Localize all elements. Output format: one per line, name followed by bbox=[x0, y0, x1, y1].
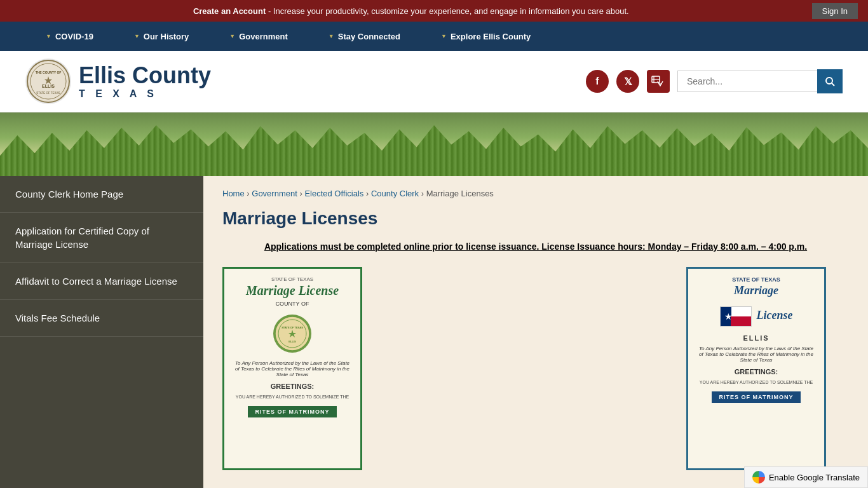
search-button[interactable] bbox=[817, 69, 843, 93]
nav-arrow-stay: ▼ bbox=[329, 33, 334, 39]
nav-item-explore[interactable]: ▼ Explore Ellis County bbox=[421, 22, 551, 51]
nav-item-stay-connected[interactable]: ▼ Stay Connected bbox=[308, 22, 421, 51]
nav-arrow-history: ▼ bbox=[134, 33, 140, 39]
twitter-icon[interactable]: 𝕏 bbox=[616, 70, 639, 93]
banner-text: Create an Account - Increase your produc… bbox=[10, 6, 812, 16]
license-area: STATE OF TEXAS Marriage License COUNTY O… bbox=[222, 267, 849, 470]
svg-line-11 bbox=[832, 83, 834, 86]
logo-text: Ellis County T E X A S bbox=[79, 63, 211, 100]
logo-area: THE COUNTY OF ELLIS STATE OF TEXAS Ellis… bbox=[25, 58, 573, 104]
google-translate-label: Enable Google Translate bbox=[769, 473, 860, 482]
search-input[interactable] bbox=[677, 71, 817, 92]
sign-in-button[interactable]: Sign In bbox=[812, 3, 858, 19]
license1-body: To Any Person Authorized by the Laws of … bbox=[233, 360, 351, 377]
svg-text:ELLIS: ELLIS bbox=[42, 84, 55, 88]
license2-title-right: License bbox=[757, 309, 793, 322]
license-card-2: STATE OF TEXAS Marriage License ELLIS To… bbox=[686, 267, 826, 470]
breadcrumb-government[interactable]: Government bbox=[252, 189, 297, 198]
notice-text: Applications must be completed online pr… bbox=[222, 241, 849, 252]
banner-description: - Increase your productivity, customize … bbox=[266, 6, 628, 16]
license1-title: Marriage License bbox=[246, 283, 339, 298]
site-header: THE COUNTY OF ELLIS STATE OF TEXAS Ellis… bbox=[0, 51, 868, 112]
svg-text:ELLIS: ELLIS bbox=[288, 340, 296, 343]
create-account-link[interactable]: Create an Account bbox=[193, 6, 266, 16]
translate-icon[interactable] bbox=[647, 70, 670, 93]
sidebar-item-certified-copy[interactable]: Application for Certified Copy of Marria… bbox=[0, 213, 203, 263]
breadcrumb-current: Marriage Licenses bbox=[426, 189, 494, 198]
license2-authorized: YOU ARE HEREBY AUTHORIZED TO SOLEMNIZE T… bbox=[700, 380, 813, 384]
svg-text:THE COUNTY OF: THE COUNTY OF bbox=[36, 71, 62, 74]
header-right: f 𝕏 bbox=[586, 69, 843, 93]
top-banner: Create an Account - Increase your produc… bbox=[0, 0, 868, 22]
county-seal: THE COUNTY OF ELLIS STATE OF TEXAS bbox=[25, 58, 71, 104]
sidebar-item-affidavit[interactable]: Affidavit to Correct a Marriage License bbox=[0, 263, 203, 300]
google-translate-button[interactable]: Enable Google Translate bbox=[744, 466, 868, 488]
main-content: Home › Government › Elected Officials › … bbox=[203, 176, 868, 488]
license2-flag-area: License bbox=[720, 302, 793, 330]
license2-body: To Any Person Authorized by the Laws of … bbox=[697, 346, 815, 363]
main-layout: County Clerk Home Page Application for C… bbox=[0, 176, 868, 488]
license-card-1: STATE OF TEXAS Marriage License COUNTY O… bbox=[222, 267, 362, 470]
google-translate-icon bbox=[752, 471, 765, 484]
license2-greeting: GREETINGS: bbox=[735, 368, 778, 376]
breadcrumb: Home › Government › Elected Officials › … bbox=[222, 189, 849, 198]
breadcrumb-home[interactable]: Home bbox=[222, 189, 245, 198]
breadcrumb-sep3: › bbox=[366, 189, 371, 198]
facebook-icon[interactable]: f bbox=[586, 70, 609, 93]
nav-arrow-explore: ▼ bbox=[441, 33, 447, 39]
site-subtitle: T E X A S bbox=[79, 88, 211, 100]
texas-flag-icon bbox=[720, 306, 752, 327]
svg-text:STATE OF TEXAS: STATE OF TEXAS bbox=[36, 92, 60, 95]
license1-greeting: GREETINGS: bbox=[271, 383, 314, 390]
svg-text:STATE OF TEXAS: STATE OF TEXAS bbox=[281, 326, 303, 329]
breadcrumb-elected[interactable]: Elected Officials bbox=[304, 189, 363, 198]
license1-county-of: COUNTY OF bbox=[276, 301, 309, 307]
hero-grass bbox=[0, 125, 868, 176]
license2-banner: RITES OF MATRIMONY bbox=[712, 391, 801, 403]
nav-item-history[interactable]: ▼ Our History bbox=[114, 22, 209, 51]
nav-arrow-covid: ▼ bbox=[46, 33, 51, 39]
sidebar: County Clerk Home Page Application for C… bbox=[0, 176, 203, 488]
svg-point-10 bbox=[826, 78, 832, 84]
license1-state: STATE OF TEXAS bbox=[271, 276, 313, 282]
hero-image bbox=[0, 112, 868, 176]
site-title: Ellis County bbox=[79, 63, 211, 88]
license2-title-left: Marriage bbox=[734, 284, 778, 297]
license1-seal: STATE OF TEXAS ELLIS bbox=[273, 315, 311, 353]
sidebar-item-vitals-fee[interactable]: Vitals Fee Schedule bbox=[0, 300, 203, 337]
nav-item-government[interactable]: ▼ Government bbox=[209, 22, 308, 51]
page-title: Marriage Licenses bbox=[222, 208, 849, 229]
flag-red bbox=[731, 316, 750, 326]
license1-banner: RITES OF MATRIMONY bbox=[248, 406, 337, 417]
main-nav: ▼ COVID-19 ▼ Our History ▼ Government ▼ … bbox=[0, 22, 868, 51]
license1-authorized: YOU ARE HEREBY AUTHORIZED TO SOLEMNIZE T… bbox=[236, 395, 349, 399]
search-area bbox=[677, 69, 843, 93]
sidebar-item-home[interactable]: County Clerk Home Page bbox=[0, 176, 203, 213]
nav-item-covid[interactable]: ▼ COVID-19 bbox=[25, 22, 114, 51]
license2-state: STATE OF TEXAS bbox=[732, 276, 780, 283]
breadcrumb-clerk[interactable]: County Clerk bbox=[371, 189, 419, 198]
breadcrumb-sep4: › bbox=[421, 189, 426, 198]
license2-county: ELLIS bbox=[743, 334, 769, 342]
nav-arrow-government: ▼ bbox=[229, 33, 235, 39]
